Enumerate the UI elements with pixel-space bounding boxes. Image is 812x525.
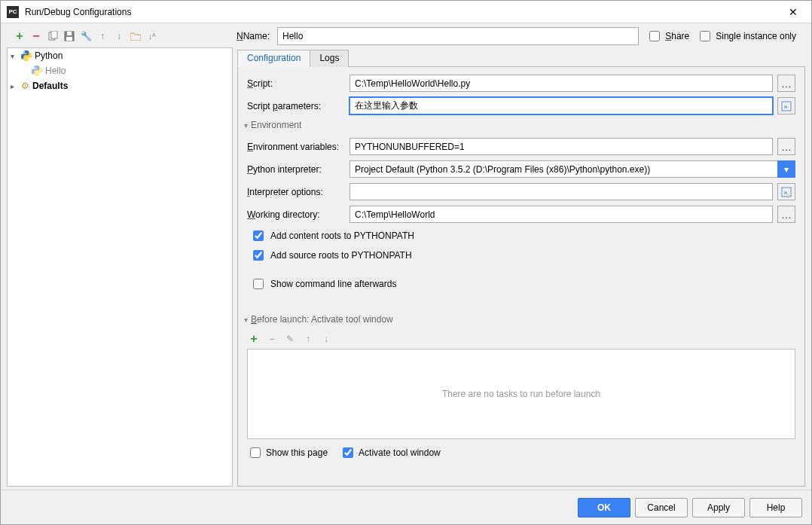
content: + − 🔧 ↑ ↓ ↓ᴬ NName: Share Single instanc… bbox=[1, 23, 811, 524]
python-icon bbox=[32, 66, 42, 76]
save-config-icon[interactable] bbox=[63, 29, 76, 43]
script-input[interactable] bbox=[350, 75, 773, 92]
add-config-icon[interactable]: + bbox=[13, 29, 26, 43]
name-row: NName: Share Single instance only bbox=[237, 27, 805, 45]
environment-section-header[interactable]: ▾ Environment bbox=[244, 120, 795, 130]
tree-label: Python bbox=[35, 50, 63, 61]
interp-opts-label: Interpreter options: bbox=[247, 187, 345, 197]
tab-configuration[interactable]: Configuration bbox=[237, 50, 310, 67]
show-cmd-checkbox[interactable]: Show command line afterwards bbox=[247, 276, 795, 291]
expand-params-button[interactable] bbox=[777, 97, 795, 114]
script-row: Script: … bbox=[247, 75, 795, 92]
wrench-icon[interactable]: 🔧 bbox=[79, 29, 93, 43]
browse-envvars-button[interactable]: … bbox=[777, 138, 795, 155]
tabs: Configuration Logs bbox=[237, 49, 805, 67]
envvars-row: Environment variables: … bbox=[247, 138, 795, 155]
right-pane: Configuration Logs Script: … Script para… bbox=[237, 47, 805, 487]
show-page-checkbox[interactable]: Show this page bbox=[247, 445, 328, 460]
before-launch-toolbar: + − ✎ ↑ ↓ bbox=[247, 332, 795, 346]
interpreter-label: Python interpreter: bbox=[247, 164, 345, 175]
tree-label: Hello bbox=[45, 66, 66, 76]
collapse-icon: ▾ bbox=[244, 121, 248, 130]
copy-config-icon[interactable] bbox=[46, 29, 60, 43]
interpreter-combo[interactable] bbox=[350, 160, 778, 178]
apply-button[interactable]: Apply bbox=[692, 498, 745, 517]
footer: OK Cancel Apply Help bbox=[1, 490, 811, 524]
envvars-input[interactable] bbox=[350, 138, 773, 155]
name-label: NName: bbox=[237, 31, 270, 41]
add-content-checkbox[interactable]: Add content roots to PYTHONPATH bbox=[247, 228, 795, 243]
script-label: Script: bbox=[247, 78, 345, 89]
main-split: ▾ Python Hello ▸ ⚙ Defaults Configuratio… bbox=[1, 47, 811, 490]
tasks-list[interactable]: There are no tasks to run before launch bbox=[247, 349, 795, 439]
workdir-input[interactable] bbox=[350, 206, 773, 223]
interpreter-row: Python interpreter: ▾ bbox=[247, 160, 795, 178]
help-button[interactable]: Help bbox=[749, 498, 802, 517]
app-icon: PC bbox=[7, 6, 19, 18]
remove-config-icon[interactable]: − bbox=[29, 29, 43, 43]
single-instance-checkbox[interactable]: Single instance only bbox=[697, 29, 796, 44]
move-task-down-icon: ↓ bbox=[319, 332, 333, 346]
move-up-icon[interactable]: ↑ bbox=[96, 29, 109, 43]
envvars-label: Environment variables: bbox=[247, 142, 345, 152]
bottom-checkboxes: Show this page Activate tool window bbox=[247, 445, 795, 460]
cancel-button[interactable]: Cancel bbox=[635, 498, 688, 517]
config-tree[interactable]: ▾ Python Hello ▸ ⚙ Defaults bbox=[7, 47, 233, 487]
tab-logs[interactable]: Logs bbox=[310, 50, 349, 67]
params-input[interactable] bbox=[350, 97, 773, 114]
form-area: Script: … Script parameters: ▾ Environme… bbox=[237, 67, 805, 487]
workdir-label: Working directory: bbox=[247, 209, 345, 220]
workdir-row: Working directory: … bbox=[247, 206, 795, 223]
empty-tasks-text: There are no tasks to run before launch bbox=[442, 389, 600, 399]
interp-opts-input[interactable] bbox=[350, 183, 773, 200]
name-input[interactable] bbox=[277, 27, 639, 45]
dialog-window: PC Run/Debug Configurations ✕ + − 🔧 ↑ ↓ … bbox=[0, 0, 812, 525]
svg-rect-4 bbox=[66, 37, 72, 41]
titlebar: PC Run/Debug Configurations ✕ bbox=[1, 1, 811, 23]
ok-button[interactable]: OK bbox=[578, 498, 630, 517]
activate-tool-window-checkbox[interactable]: Activate tool window bbox=[340, 445, 441, 460]
tree-node-hello[interactable]: Hello bbox=[8, 63, 232, 78]
browse-workdir-button[interactable]: … bbox=[777, 206, 795, 223]
close-icon[interactable]: ✕ bbox=[781, 6, 805, 18]
expand-interp-opts-button[interactable] bbox=[777, 183, 795, 200]
edit-task-icon: ✎ bbox=[283, 332, 297, 346]
tree-label: Defaults bbox=[32, 81, 68, 91]
before-launch-section-header[interactable]: ▾ Before launch: Activate tool window bbox=[244, 314, 795, 325]
expand-icon[interactable]: ▸ bbox=[11, 82, 18, 90]
window-title: Run/Debug Configurations bbox=[25, 7, 781, 17]
svg-rect-1 bbox=[51, 31, 57, 38]
remove-task-icon: − bbox=[265, 332, 279, 346]
sidebar-toolbar: + − 🔧 ↑ ↓ ↓ᴬ bbox=[7, 29, 237, 43]
expand-icon[interactable]: ▾ bbox=[11, 52, 18, 60]
share-checkbox[interactable]: Share bbox=[646, 29, 689, 44]
move-down-icon[interactable]: ↓ bbox=[112, 29, 126, 43]
sort-icon[interactable]: ↓ᴬ bbox=[145, 29, 159, 43]
chevron-down-icon[interactable]: ▾ bbox=[777, 160, 795, 178]
gear-icon: ⚙ bbox=[21, 81, 29, 91]
python-icon bbox=[21, 50, 32, 61]
tree-node-defaults[interactable]: ▸ ⚙ Defaults bbox=[8, 78, 232, 93]
tree-node-python[interactable]: ▾ Python bbox=[8, 48, 232, 63]
params-row: Script parameters: bbox=[247, 97, 795, 114]
params-label: Script parameters: bbox=[247, 101, 345, 111]
add-source-checkbox[interactable]: Add source roots to PYTHONPATH bbox=[247, 248, 795, 263]
browse-script-button[interactable]: … bbox=[777, 75, 795, 92]
top-row: + − 🔧 ↑ ↓ ↓ᴬ NName: Share Single instanc… bbox=[1, 23, 811, 47]
svg-point-5 bbox=[24, 51, 25, 52]
collapse-icon: ▾ bbox=[244, 316, 248, 324]
svg-rect-3 bbox=[67, 32, 72, 35]
folder-icon[interactable] bbox=[129, 29, 142, 43]
move-task-up-icon: ↑ bbox=[301, 332, 315, 346]
add-task-icon[interactable]: + bbox=[247, 332, 261, 346]
svg-point-6 bbox=[28, 60, 29, 60]
interp-opts-row: Interpreter options: bbox=[247, 183, 795, 200]
